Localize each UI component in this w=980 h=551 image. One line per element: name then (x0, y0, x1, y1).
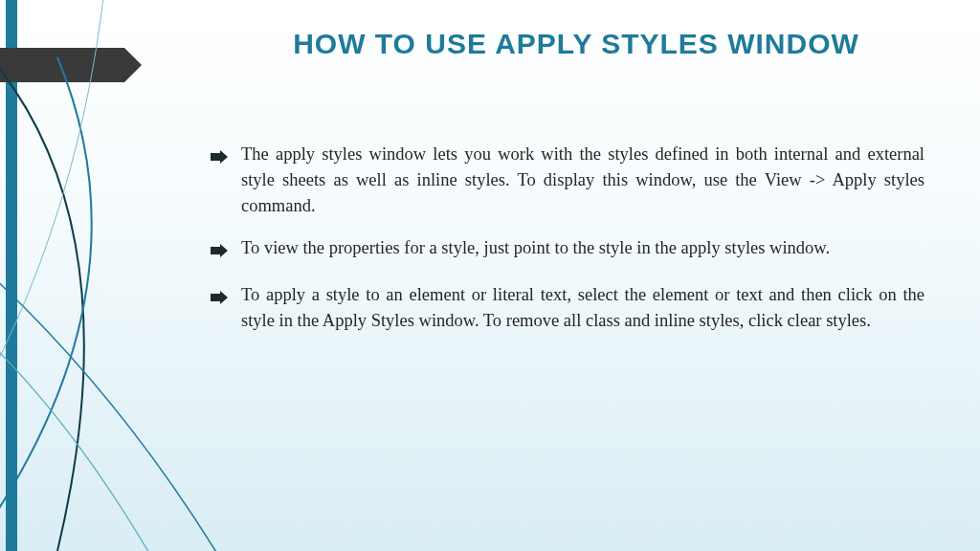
arrow-bullet-icon (211, 145, 234, 218)
slide-title: HOW TO USE APPLY STYLES WINDOW (249, 25, 903, 64)
left-accent-bar (6, 0, 17, 551)
bullet-text: To apply a style to an element or litera… (241, 282, 924, 334)
list-item: The apply styles window lets you work wi… (211, 142, 924, 218)
ribbon-decoration (0, 48, 124, 82)
bullet-text: To view the properties for a style, just… (241, 235, 924, 265)
list-item: To apply a style to an element or litera… (211, 282, 924, 334)
arrow-bullet-icon (211, 286, 234, 334)
bullet-text: The apply styles window lets you work wi… (241, 142, 924, 218)
list-item: To view the properties for a style, just… (211, 235, 924, 265)
bullet-list: The apply styles window lets you work wi… (211, 142, 924, 351)
arrow-bullet-icon (211, 239, 234, 265)
